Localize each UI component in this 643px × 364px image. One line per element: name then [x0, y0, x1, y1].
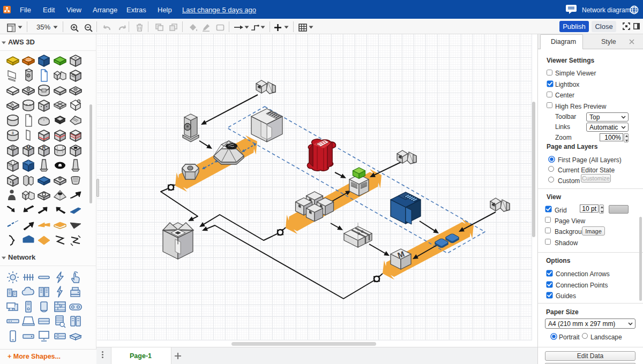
- svg-text:M: M: [26, 145, 31, 150]
- svg-text:R: R: [42, 145, 46, 150]
- svg-text:8: 8: [12, 131, 14, 135]
